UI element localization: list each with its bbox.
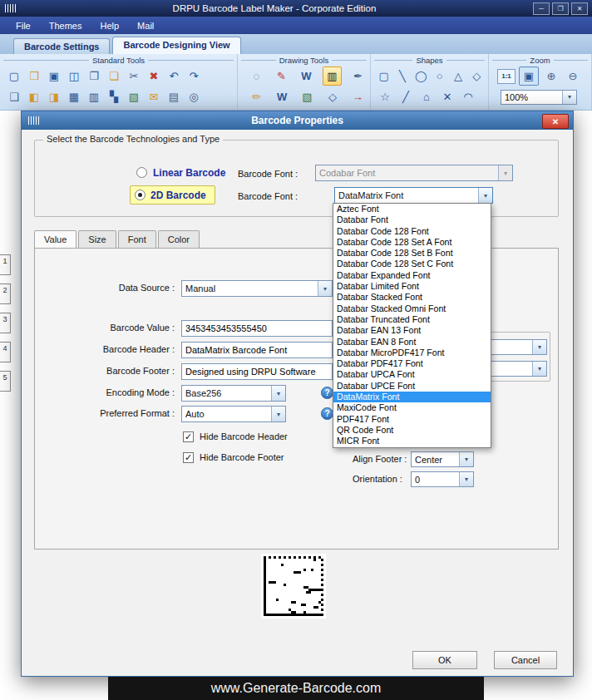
hide-barcode-header-checkbox[interactable]: ✓ — [183, 431, 194, 442]
text-tool-icon[interactable]: W — [298, 67, 315, 85]
font-dropdown-item[interactable]: Databar Expanded Font — [333, 270, 491, 281]
shape-tool-icon[interactable]: ◇ — [323, 88, 341, 106]
undo-icon[interactable]: ↶ — [165, 67, 183, 85]
tab-color[interactable]: Color — [158, 230, 200, 248]
tab-size[interactable]: Size — [78, 230, 116, 248]
font-dropdown-item[interactable]: Databar Code 128 Set B Font — [333, 248, 491, 259]
barcode-footer-input[interactable]: Designed using DRPU Software — [181, 363, 333, 380]
font-dropdown-item[interactable]: MICR Font — [333, 436, 491, 446]
table-icon[interactable]: ▥ — [85, 88, 103, 106]
star-shape-icon[interactable]: ☆ — [376, 88, 394, 106]
font-dropdown-item[interactable]: Databar UPCE Font — [333, 381, 491, 392]
font-dropdown-item[interactable]: PDF417 Font — [333, 414, 491, 425]
chevron-down-icon[interactable]: ▾ — [532, 362, 546, 376]
duplicate-icon[interactable]: ❑ — [5, 88, 23, 106]
cut-icon[interactable]: ✂ — [125, 67, 143, 85]
font-dropdown-item[interactable]: Databar Code 128 Font — [333, 226, 491, 237]
line-shape-icon[interactable]: ╲ — [394, 67, 410, 85]
chevron-down-icon[interactable]: ▾ — [459, 472, 473, 486]
new-icon[interactable]: ▢ — [5, 67, 23, 85]
pentagon-shape-icon[interactable]: ⌂ — [417, 88, 436, 106]
save-all-icon[interactable]: ◫ — [65, 67, 83, 85]
close-button[interactable]: ✕ — [571, 2, 588, 15]
chevron-down-icon[interactable]: ▾ — [318, 281, 332, 296]
font-dropdown-item[interactable]: Databar UPCA Font — [333, 369, 491, 380]
font-dropdown-item[interactable]: Databar Stacked Font — [333, 292, 491, 303]
chevron-down-icon[interactable]: ▾ — [459, 452, 473, 466]
2d-barcode-radio[interactable] — [135, 190, 146, 200]
paste-icon[interactable]: ❏ — [105, 67, 123, 85]
arrow-tool-icon[interactable]: → — [349, 88, 367, 106]
encoding-help-button[interactable]: ? — [321, 387, 333, 399]
font-dropdown-item[interactable]: Databar Code 128 Set A Font — [333, 237, 491, 248]
linear-barcode-label[interactable]: Linear Barcode — [153, 167, 225, 179]
menu-file[interactable]: File — [7, 19, 40, 32]
barcode-value-input[interactable]: 3453453453555450 — [181, 320, 333, 337]
font-dropdown-item[interactable]: Databar Truncated Font — [333, 314, 491, 325]
menu-mail[interactable]: Mail — [128, 19, 163, 32]
redo-icon[interactable]: ↷ — [185, 67, 203, 85]
export-image-icon[interactable]: ▧ — [125, 88, 143, 106]
unlock-icon[interactable]: ◨ — [45, 88, 63, 106]
tab-font[interactable]: Font — [118, 230, 156, 248]
email-icon[interactable]: ✉ — [145, 88, 163, 106]
encoding-mode-combo[interactable]: Base256 ▾ — [181, 385, 286, 402]
barcode-header-input[interactable]: DataMatrix Barcode Font — [181, 342, 333, 358]
menu-help[interactable]: Help — [91, 19, 128, 32]
brush-icon[interactable]: ✎ — [273, 67, 290, 85]
ellipse-shape-icon[interactable]: ◯ — [413, 67, 429, 85]
preferred-format-help-button[interactable]: ? — [321, 407, 333, 420]
zoom-in-icon[interactable]: ⊕ — [542, 67, 560, 85]
wordart-icon[interactable]: W — [273, 88, 290, 106]
grid-icon[interactable]: ▦ — [65, 88, 83, 106]
circle-shape-icon[interactable]: ○ — [432, 67, 447, 85]
font-dropdown-item[interactable]: Databar Stacked Omni Font — [333, 303, 491, 314]
cancel-button[interactable]: Cancel — [494, 651, 557, 669]
cross-shape-icon[interactable]: ✕ — [438, 88, 456, 106]
zoom-level-combo[interactable]: 100% ▾ — [501, 90, 577, 105]
eyedropper-icon[interactable]: ✏ — [248, 88, 265, 106]
hide-barcode-footer-checkbox[interactable]: ✓ — [183, 452, 194, 463]
font-dropdown-item[interactable]: DataMatrix Font — [333, 392, 491, 402]
diamond-shape-icon[interactable]: ◇ — [469, 67, 485, 85]
2d-barcode-font-combo[interactable]: DataMatrix Font ▾ — [334, 187, 493, 204]
print-preview-icon[interactable]: ◎ — [185, 88, 203, 106]
dialog-close-button[interactable]: ✕ — [542, 114, 569, 129]
tab-barcode-settings[interactable]: Barcode Settings — [13, 38, 110, 54]
dialog-titlebar[interactable]: Barcode Properties ✕ — [22, 111, 573, 130]
font-dropdown-item[interactable]: Databar MicroPDF417 Font — [333, 348, 491, 358]
font-dropdown-item[interactable]: QR Code Font — [333, 425, 491, 436]
tab-value[interactable]: Value — [34, 230, 76, 248]
font-dropdown-item[interactable]: Databar EAN 8 Font — [333, 337, 491, 348]
rectangle-shape-icon[interactable]: ▢ — [376, 67, 392, 85]
diagonal-shape-icon[interactable]: ╱ — [397, 88, 415, 106]
tab-barcode-designing-view[interactable]: Barcode Designing View — [112, 37, 240, 54]
delete-icon[interactable]: ✖ — [145, 67, 163, 85]
open-icon[interactable]: ❒ — [25, 67, 43, 85]
restore-button[interactable]: ❐ — [552, 2, 569, 15]
image-icon[interactable]: ▧ — [298, 88, 316, 106]
align-footer-combo[interactable]: Center ▾ — [411, 451, 474, 467]
lock-icon[interactable]: ◧ — [25, 88, 43, 106]
menu-themes[interactable]: Themes — [40, 19, 91, 32]
font-dropdown-item[interactable]: MaxiCode Font — [333, 402, 491, 413]
lasso-select-icon[interactable]: ◌ — [248, 67, 265, 85]
preferred-format-combo[interactable]: Auto ▾ — [181, 406, 286, 422]
font-dropdown-item[interactable]: Databar Code 128 Set C Font — [333, 259, 491, 269]
font-dropdown-item[interactable]: Databar Limited Font — [333, 281, 491, 292]
data-source-combo[interactable]: Manual ▾ — [181, 280, 333, 297]
chevron-down-icon[interactable]: ▾ — [271, 386, 285, 401]
triangle-shape-icon[interactable]: △ — [450, 67, 466, 85]
linear-barcode-radio[interactable] — [136, 167, 147, 178]
arc-shape-icon[interactable]: ◠ — [459, 88, 477, 106]
pen-icon[interactable]: ✒ — [349, 67, 367, 85]
font-dropdown-item[interactable]: Databar Font — [333, 214, 491, 225]
actual-size-icon[interactable]: 1:1 — [497, 69, 516, 84]
font-dropdown-item[interactable]: Databar PDF417 Font — [333, 358, 491, 369]
barcode-tool-icon[interactable]: ▥ — [323, 67, 342, 86]
minimize-button[interactable]: ─ — [533, 2, 550, 15]
copy-icon[interactable]: ❐ — [85, 67, 103, 85]
chevron-down-icon[interactable]: ▾ — [532, 340, 546, 354]
print-icon[interactable]: ▤ — [165, 88, 183, 106]
zoom-out-icon[interactable]: ⊖ — [564, 67, 582, 85]
